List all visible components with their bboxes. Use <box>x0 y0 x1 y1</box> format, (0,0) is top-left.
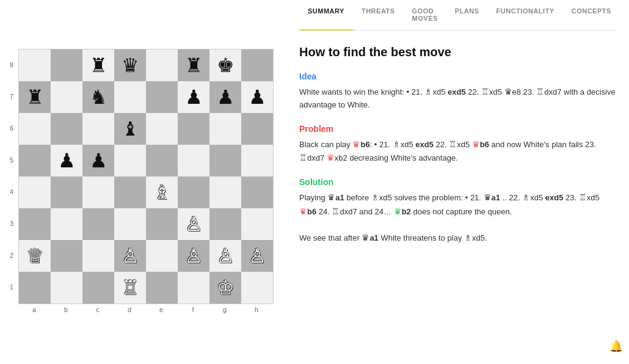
chess-board: ♜♛♜♚♜♞♟♟♟♝♟♟♗♙♕♙♙♙♙♖♔ <box>18 49 274 304</box>
file-g: g <box>209 304 241 315</box>
file-a: a <box>18 304 50 315</box>
file-f: f <box>177 304 209 315</box>
tab-functionality[interactable]: FUNCTIONALITY <box>488 0 563 31</box>
square-g3[interactable] <box>209 208 241 240</box>
square-g8[interactable]: ♚ <box>209 49 241 81</box>
square-b2[interactable] <box>51 240 82 272</box>
rank-2: 2 <box>7 239 16 271</box>
section-idea: Idea White wants to win the knight: • 21… <box>299 71 617 112</box>
bell-icon: 🔔 <box>609 340 623 353</box>
square-e2[interactable] <box>146 240 178 272</box>
file-labels: a b c d e f g h <box>18 304 274 315</box>
square-c5[interactable]: ♟ <box>82 145 114 177</box>
file-c: c <box>82 304 114 315</box>
square-d1[interactable]: ♖ <box>114 272 146 304</box>
square-e3[interactable] <box>146 208 178 240</box>
square-f7[interactable]: ♟ <box>178 81 209 113</box>
square-h1[interactable] <box>241 272 273 304</box>
square-c8[interactable]: ♜ <box>82 49 114 81</box>
square-a2[interactable]: ♕ <box>19 240 51 272</box>
tabs: SUMMARY THREATS GOOD MOVES PLANS FUNCTIO… <box>299 0 617 31</box>
problem-text: Black can play ♛b6: • 21. ♗xd5 exd5 22. … <box>299 137 617 166</box>
square-a5[interactable] <box>19 145 51 177</box>
square-b5[interactable]: ♟ <box>51 145 82 177</box>
problem-label: Problem <box>299 124 617 134</box>
square-d5[interactable] <box>114 145 146 177</box>
square-d7[interactable] <box>114 81 146 113</box>
tab-good-moves[interactable]: GOOD MOVES <box>404 0 446 31</box>
solution-text: Playing ♛a1 before ♗xd5 solves the probl… <box>299 191 617 219</box>
square-h8[interactable] <box>241 49 273 81</box>
square-h5[interactable] <box>241 145 273 177</box>
square-c3[interactable] <box>82 208 114 240</box>
square-c6[interactable] <box>82 113 114 145</box>
square-f1[interactable] <box>178 272 209 304</box>
square-b6[interactable] <box>51 113 82 145</box>
square-c2[interactable] <box>82 240 114 272</box>
square-d8[interactable]: ♛ <box>114 49 146 81</box>
square-h3[interactable] <box>241 208 273 240</box>
square-c4[interactable] <box>82 177 114 208</box>
square-e4[interactable]: ♗ <box>146 177 178 208</box>
square-d3[interactable] <box>114 208 146 240</box>
square-f2[interactable]: ♙ <box>178 240 209 272</box>
square-h7[interactable]: ♟ <box>241 81 273 113</box>
square-e7[interactable] <box>146 81 178 113</box>
square-g5[interactable] <box>209 145 241 177</box>
section-solution-note: We see that after ♛a1 White threatens to… <box>299 231 617 245</box>
square-b7[interactable] <box>51 81 82 113</box>
tab-concepts[interactable]: CONCEPTS <box>563 0 620 31</box>
square-b1[interactable] <box>51 272 82 304</box>
tab-threats[interactable]: THREATS <box>353 0 404 31</box>
rank-5: 5 <box>7 144 16 176</box>
file-b: b <box>50 304 82 315</box>
square-h4[interactable] <box>241 177 273 208</box>
square-b4[interactable] <box>51 177 82 208</box>
square-h6[interactable] <box>241 113 273 145</box>
tab-plans[interactable]: PLANS <box>446 0 488 31</box>
square-d6[interactable]: ♝ <box>114 113 146 145</box>
square-e5[interactable] <box>146 145 178 177</box>
chess-board-wrapper: 8 7 6 5 4 3 2 1 ♜♛♜♚♜♞♟♟♟♝♟♟♗♙♕♙♙♙♙♖♔ a … <box>7 49 274 315</box>
square-f4[interactable] <box>178 177 209 208</box>
solution-note-text: We see that after ♛a1 White threatens to… <box>299 231 617 245</box>
square-d4[interactable] <box>114 177 146 208</box>
page-title: How to find the best move <box>299 45 617 59</box>
solution-label: Solution <box>299 177 617 187</box>
square-a8[interactable] <box>19 49 51 81</box>
square-f3[interactable]: ♙ <box>178 208 209 240</box>
right-panel: SUMMARY THREATS GOOD MOVES PLANS FUNCTIO… <box>281 0 629 364</box>
square-a4[interactable] <box>19 177 51 208</box>
square-b8[interactable] <box>51 49 82 81</box>
square-h2[interactable]: ♙ <box>241 240 273 272</box>
rank-6: 6 <box>7 112 16 144</box>
square-d2[interactable]: ♙ <box>114 240 146 272</box>
idea-label: Idea <box>299 71 617 81</box>
tab-summary[interactable]: SUMMARY <box>299 0 353 31</box>
square-f6[interactable] <box>178 113 209 145</box>
square-a1[interactable] <box>19 272 51 304</box>
section-problem: Problem Black can play ♛b6: • 21. ♗xd5 e… <box>299 124 617 166</box>
square-g4[interactable] <box>209 177 241 208</box>
square-g1[interactable]: ♔ <box>209 272 241 304</box>
file-e: e <box>145 304 177 315</box>
square-b3[interactable] <box>51 208 82 240</box>
file-h: h <box>241 304 272 315</box>
square-a7[interactable]: ♜ <box>19 81 51 113</box>
left-panel: 8 7 6 5 4 3 2 1 ♜♛♜♚♜♞♟♟♟♝♟♟♗♙♕♙♙♙♙♖♔ a … <box>0 0 281 364</box>
square-g2[interactable]: ♙ <box>209 240 241 272</box>
file-d: d <box>114 304 145 315</box>
rank-4: 4 <box>7 176 16 208</box>
square-e6[interactable] <box>146 113 178 145</box>
square-e1[interactable] <box>146 272 178 304</box>
square-c7[interactable]: ♞ <box>82 81 114 113</box>
square-a3[interactable] <box>19 208 51 240</box>
square-f5[interactable] <box>178 145 209 177</box>
section-solution: Solution Playing ♛a1 before ♗xd5 solves … <box>299 177 617 219</box>
square-g7[interactable]: ♟ <box>209 81 241 113</box>
square-e8[interactable] <box>146 49 178 81</box>
square-a6[interactable] <box>19 113 51 145</box>
square-f8[interactable]: ♜ <box>178 49 209 81</box>
square-c1[interactable] <box>82 272 114 304</box>
square-g6[interactable] <box>209 113 241 145</box>
